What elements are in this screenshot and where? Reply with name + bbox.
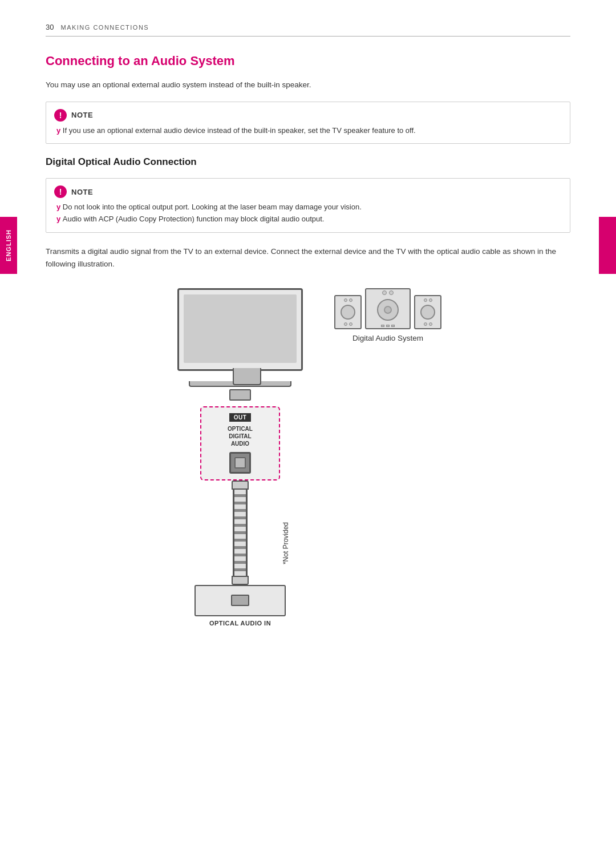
- speaker-cone-r: [420, 305, 435, 320]
- digital-audio-system-label: Digital Audio System: [352, 334, 423, 342]
- page-header: 30 MAKING CONNECTIONS: [46, 23, 570, 37]
- intro-text: You may use an optional external audio s…: [46, 79, 570, 91]
- cable-top-connector: [232, 480, 249, 490]
- not-provided-label: *Not Provided: [282, 522, 290, 564]
- body-text: Transmits a digital audio signal from th…: [46, 245, 570, 271]
- sub-woofer-cone: [377, 299, 399, 321]
- tv-stand-neck: [233, 368, 261, 385]
- speaker-unit: [334, 288, 441, 329]
- sub-dot-1: [382, 290, 387, 295]
- optical-out-box: OUT OPTICALDIGITALAUDIO: [200, 406, 280, 480]
- note-box-2: ! NOTE Do not look into the optical outp…: [46, 178, 570, 233]
- right-speaker: [414, 295, 441, 329]
- speaker-cone: [341, 305, 355, 320]
- cable-visual: *Not Provided: [232, 480, 249, 585]
- diagram-area: OUT OPTICALDIGITALAUDIO *Not Provided: [46, 288, 570, 627]
- page-number: 30: [46, 23, 54, 31]
- optical-audio-in-label: OPTICAL AUDIO IN: [209, 620, 271, 627]
- note-item-2-1: Do not look into the optical output port…: [54, 201, 561, 213]
- tv-illustration: [175, 288, 306, 387]
- tv-screen-inner: [184, 294, 297, 363]
- note-box-1: ! NOTE If you use an optional external a…: [46, 102, 570, 144]
- bottom-optical-port: [231, 595, 249, 606]
- cable-bottom-connector: [232, 576, 249, 585]
- sub-dot-2: [389, 290, 394, 295]
- optical-out-label: OUT: [229, 413, 252, 422]
- optical-port: [229, 452, 251, 474]
- section-title: Connecting to an Audio System: [46, 54, 570, 68]
- sub-slot-2: [386, 325, 390, 327]
- tv-screen: [177, 288, 303, 371]
- left-speaker: [334, 295, 362, 329]
- speaker-dot-br: [349, 322, 352, 326]
- note-label-2: NOTE: [71, 188, 93, 196]
- note-item-1-1: If you use an optional external audio de…: [54, 125, 561, 137]
- speaker-dot-tr-r: [429, 298, 432, 302]
- speaker-dot-tl: [344, 298, 347, 302]
- speaker-dot-bl: [344, 322, 347, 326]
- speaker-dot-br-r: [429, 322, 432, 326]
- speaker-dot-tl-r: [424, 298, 427, 302]
- note-header-1: ! NOTE: [54, 109, 561, 122]
- sub-slot-1: [381, 325, 384, 327]
- diagram-right-column: Digital Audio System: [334, 288, 441, 388]
- sub-section-title: Digital Optical Audio Connection: [46, 156, 570, 168]
- note-icon-2: !: [54, 185, 67, 198]
- speaker-dot-bl-r: [424, 322, 427, 326]
- page-header-title: MAKING CONNECTIONS: [60, 24, 149, 31]
- subwoofer-unit: [365, 288, 411, 329]
- speaker-dot-tr: [349, 298, 352, 302]
- tv-port-connector: [229, 389, 251, 401]
- note-header-2: ! NOTE: [54, 185, 561, 198]
- note-icon-1: !: [54, 109, 67, 122]
- optical-port-inner: [234, 457, 246, 469]
- note-item-2-2: Audio with ACP (Audio Copy Protection) f…: [54, 213, 561, 225]
- diagram-left-column: OUT OPTICALDIGITALAUDIO *Not Provided: [175, 288, 306, 627]
- sub-woofer-cone-inner: [384, 306, 392, 314]
- sub-slot-3: [391, 325, 395, 327]
- digital-audio-system: Digital Audio System: [334, 288, 441, 342]
- bottom-audio-device: [194, 585, 286, 616]
- cable-mid: [233, 490, 248, 576]
- optical-digital-label: OPTICALDIGITALAUDIO: [228, 425, 253, 447]
- note-label-1: NOTE: [71, 111, 93, 119]
